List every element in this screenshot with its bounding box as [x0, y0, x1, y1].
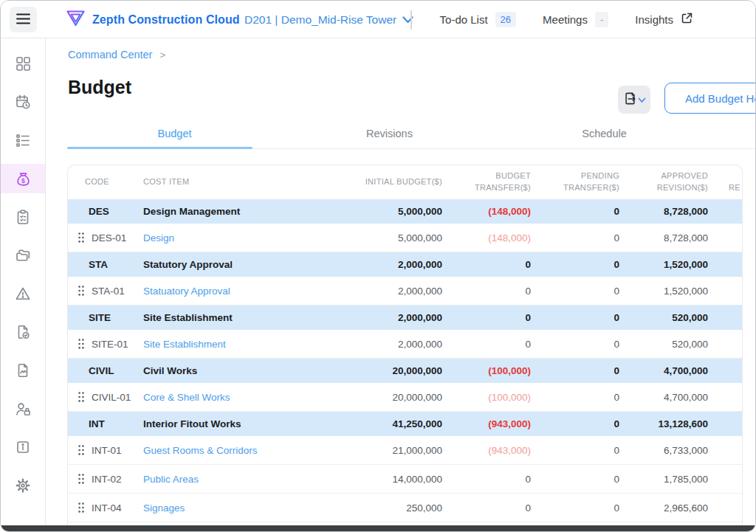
pending-transfer-value: 0: [531, 339, 619, 350]
cost-item-link[interactable]: Core & Shell Works: [143, 392, 230, 403]
approved-revision-value: 1,520,000: [619, 259, 708, 270]
cost-item-link[interactable]: Design: [143, 232, 174, 243]
approved-revision-value: 2,965,600: [619, 502, 708, 514]
column-header-budget-transfer: BUDGET TRANSFER($): [442, 165, 531, 199]
budget-table-body: DESDesign Management5,000,000(148,000)08…: [68, 199, 743, 522]
sidebar-item-clipboard-checklist[interactable]: [1, 198, 45, 236]
code-cell: INT-02: [68, 473, 143, 485]
brand[interactable]: Zepth Construction Cloud: [66, 1, 240, 38]
meetings-count-badge: -: [595, 12, 608, 27]
cost-code: STA: [89, 259, 108, 270]
alert-triangle-icon: [15, 286, 31, 302]
budget-transfer-value: 0: [442, 286, 531, 297]
cost-item-link[interactable]: Statuatory Approval: [143, 286, 230, 297]
external-link-icon: [681, 12, 693, 27]
export-button[interactable]: [618, 86, 650, 114]
budget-transfer-value: 0: [442, 502, 531, 514]
topbar-right-group: To-do List 26 Meetings - Insights: [410, 1, 693, 38]
drag-handle-icon[interactable]: [78, 473, 85, 485]
initial-budget-value: 20,000,000: [368, 392, 442, 403]
sidebar-item-settings-gear[interactable]: [1, 466, 45, 505]
initial-budget-value: 14,000,000: [368, 474, 442, 485]
drag-handle-icon[interactable]: [78, 232, 85, 243]
cost-item-cell: Core & Shell Works: [143, 392, 368, 403]
breadcrumb-chevron-icon: >: [159, 49, 165, 61]
initial-budget-value: 2,000,000: [368, 339, 442, 350]
approved-revision-value: 8,728,000: [619, 206, 708, 217]
drag-handle-icon[interactable]: [78, 444, 85, 456]
sidebar-item-budget-money-bag[interactable]: $: [1, 164, 45, 193]
todo-list-nav[interactable]: To-do List 26: [440, 12, 517, 27]
initial-budget-value: 5,000,000: [368, 206, 442, 217]
cost-item-cell: Statuatory Approval: [143, 286, 368, 297]
initial-budget-value: 2,000,000: [368, 286, 442, 297]
column-header-initial-budget: INITIAL BUDGET($): [368, 165, 442, 199]
budget-item-row: CIVIL-01Core & Shell Works20,000,000(100…: [68, 383, 743, 412]
approved-revision-value: 520,000: [619, 312, 708, 323]
drag-handle-icon[interactable]: [78, 338, 85, 350]
column-header-cost-item: COST ITEM: [143, 165, 368, 199]
hamburger-menu-button[interactable]: [10, 7, 37, 32]
budget-transfer-value: 0: [442, 474, 531, 485]
drag-handle-icon[interactable]: [78, 285, 85, 297]
tab-revisions[interactable]: Revisions: [282, 118, 497, 148]
breadcrumb-command-center-link[interactable]: Command Center: [68, 49, 152, 61]
cost-item-link[interactable]: Public Areas: [143, 474, 199, 485]
initial-budget-value: 20,000,000: [368, 365, 442, 376]
sidebar-item-dashboard[interactable]: [1, 44, 45, 83]
cost-code: INT-02: [92, 474, 122, 485]
budget-group-row[interactable]: STAStatutory Approval2,000,000001,520,00…: [68, 252, 743, 277]
sidebar-item-alert-triangle[interactable]: [1, 274, 45, 313]
export-chevron-down-icon: [638, 94, 646, 106]
sidebar-item-document-approved[interactable]: [1, 313, 45, 351]
budget-transfer-value: (100,000): [442, 365, 531, 376]
todo-list-label: To-do List: [440, 13, 488, 26]
sidebar-item-info[interactable]: [1, 428, 45, 466]
budget-group-row[interactable]: INTInterior Fitout Works41,250,000(943,0…: [68, 412, 743, 436]
budget-group-row[interactable]: SITESite Establishment2,000,00000520,000: [68, 305, 743, 330]
cost-item-cell: Civil Works: [143, 365, 368, 376]
code-cell: SITE: [68, 312, 143, 323]
window-bottom-edge: [1, 525, 755, 531]
tab-schedule[interactable]: Schedule: [497, 118, 712, 148]
initial-budget-value: 2,000,000: [368, 312, 442, 323]
cost-item-link[interactable]: Site Establishment: [143, 339, 226, 350]
export-icon: [623, 91, 637, 108]
pending-transfer-value: 0: [531, 502, 619, 514]
cost-item-title: Interior Fitout Works: [143, 418, 241, 429]
cost-item-cell: Statutory Approval: [143, 259, 368, 270]
sidebar-item-user-permissions[interactable]: [1, 390, 45, 428]
cost-item-cell: Site Establishment: [143, 339, 368, 350]
pending-transfer-value: 0: [531, 392, 619, 403]
tab-budget[interactable]: Budget: [67, 118, 282, 148]
sidebar-item-schedule-calendar[interactable]: [1, 83, 45, 121]
budget-group-row[interactable]: CIVILCivil Works20,000,000(100,000)04,70…: [68, 359, 743, 383]
sidebar-item-task-list[interactable]: [1, 121, 45, 159]
info-icon: [15, 439, 31, 455]
cost-code: SITE: [89, 312, 111, 323]
cost-item-link[interactable]: Signages: [143, 502, 185, 514]
user-permissions-icon: [15, 401, 32, 417]
budget-group-row[interactable]: DESDesign Management5,000,000(148,000)08…: [68, 199, 743, 224]
main-content: Command Center > Budget Add Budget Hea B…: [46, 38, 755, 525]
meetings-nav[interactable]: Meetings -: [543, 12, 608, 27]
budget-transfer-value: (943,000): [442, 418, 531, 429]
drag-handle-icon[interactable]: [78, 391, 85, 403]
code-cell: INT-01: [68, 444, 143, 456]
sidebar-item-report-document[interactable]: [1, 351, 45, 390]
add-budget-head-button[interactable]: Add Budget Hea: [664, 83, 755, 114]
budget-money-bag-icon: $: [15, 170, 32, 187]
cost-item-link[interactable]: Guest Rooms & Corridors: [143, 445, 258, 456]
svg-text:$: $: [21, 176, 25, 184]
pending-transfer-value: 0: [531, 259, 619, 270]
cost-code: DES-01: [92, 232, 126, 243]
drag-handle-icon[interactable]: [78, 502, 85, 514]
sidebar-item-folders[interactable]: [1, 236, 45, 274]
approved-revision-value: 13,128,600: [619, 418, 708, 429]
pending-transfer-value: 0: [531, 206, 619, 217]
budget-table-header: CODE COST ITEM INITIAL BUDGET($) BUDGET …: [68, 165, 743, 199]
insights-nav[interactable]: Insights: [635, 12, 693, 27]
code-cell: DES-01: [68, 232, 143, 243]
cost-item-cell: Public Areas: [143, 474, 368, 485]
project-selector[interactable]: D201 | Demo_Mid-Rise Tower: [244, 1, 413, 38]
